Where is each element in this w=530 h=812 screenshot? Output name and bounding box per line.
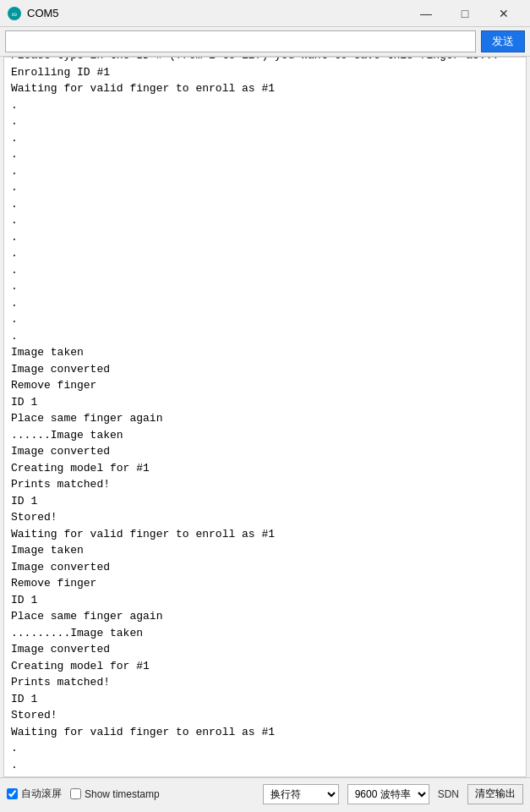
input-bar: 发送	[0, 27, 530, 57]
serial-line: Enrolling ID #1	[11, 64, 519, 81]
auto-scroll-text: 自动滚屏	[21, 787, 62, 801]
svg-text:∞: ∞	[12, 10, 17, 19]
status-text: SDN	[438, 788, 459, 800]
window-title: COM5	[27, 7, 407, 19]
serial-line: Image converted	[11, 361, 519, 378]
serial-line: Waiting for valid finger to enroll as #1	[11, 526, 519, 543]
serial-line: Place same finger again	[11, 410, 519, 427]
serial-line: Stored!	[11, 707, 519, 724]
serial-line: Prints matched!	[11, 674, 519, 691]
serial-line: ID 1	[11, 394, 519, 411]
serial-line: Creating model for #1	[11, 658, 519, 675]
serial-line: .	[11, 179, 519, 196]
serial-line: .	[11, 295, 519, 312]
serial-line: Creating model for #1	[11, 460, 519, 477]
auto-scroll-label[interactable]: 自动滚屏	[7, 787, 62, 801]
serial-line: .	[11, 97, 519, 114]
serial-input[interactable]	[5, 30, 476, 52]
show-timestamp-text: Show timestamp	[85, 788, 160, 800]
serial-line: Prints matched!	[11, 476, 519, 493]
serial-line: Please type in the ID # (from 1 to 127) …	[11, 57, 519, 64]
clear-button[interactable]: 清空输出	[467, 784, 523, 804]
send-button[interactable]: 发送	[481, 30, 525, 52]
serial-line: Waiting for valid finger to enroll as #1	[11, 80, 519, 97]
title-bar: ∞ COM5 — □ ✕	[0, 0, 530, 27]
serial-line: Remove finger	[11, 575, 519, 592]
baud-rate-select[interactable]: 300 1200 2400 4800 9600 波特率 19200 115200	[347, 784, 429, 804]
serial-line: Image converted	[11, 443, 519, 460]
window-controls: — □ ✕	[407, 0, 523, 27]
minimize-button[interactable]: —	[407, 0, 445, 27]
app-icon: ∞	[7, 6, 22, 21]
serial-line: .	[11, 212, 519, 229]
line-ending-select[interactable]: 换行符 无行结尾 新行 回车加新行	[263, 784, 339, 804]
serial-line: .	[11, 328, 519, 345]
serial-line: ......Image taken	[11, 427, 519, 444]
serial-line: .	[11, 311, 519, 328]
maximize-button[interactable]: □	[445, 0, 484, 27]
serial-line: Image converted	[11, 559, 519, 576]
serial-line: .	[11, 262, 519, 279]
close-button[interactable]: ✕	[484, 0, 523, 27]
serial-line: ID 1	[11, 592, 519, 609]
serial-line: Place same finger again	[11, 608, 519, 625]
serial-line: .	[11, 163, 519, 180]
serial-line: .	[11, 278, 519, 295]
show-timestamp-label[interactable]: Show timestamp	[70, 788, 160, 800]
serial-output: Adafruit Fingerprint sensor enrollmentFo…	[3, 57, 527, 777]
serial-line: Stored!	[11, 509, 519, 526]
serial-line: Remove finger	[11, 377, 519, 394]
serial-line: Image taken	[11, 542, 519, 559]
serial-line: Image taken	[11, 344, 519, 361]
serial-line: .	[11, 757, 519, 774]
serial-line: ID 1	[11, 493, 519, 510]
serial-line: .	[11, 740, 519, 757]
serial-line: .	[11, 196, 519, 213]
serial-line: .	[11, 130, 519, 147]
serial-line: Image converted	[11, 641, 519, 658]
serial-line: Waiting for valid finger to enroll as #1	[11, 724, 519, 741]
serial-line: .	[11, 245, 519, 262]
serial-line: .	[11, 229, 519, 246]
serial-line: ID 1	[11, 691, 519, 708]
auto-scroll-checkbox[interactable]	[7, 788, 18, 799]
serial-line: .	[11, 146, 519, 163]
bottom-bar: 自动滚屏 Show timestamp 换行符 无行结尾 新行 回车加新行 30…	[0, 777, 530, 809]
show-timestamp-checkbox[interactable]	[70, 788, 81, 799]
serial-line: .	[11, 113, 519, 130]
serial-line: .........Image taken	[11, 625, 519, 642]
